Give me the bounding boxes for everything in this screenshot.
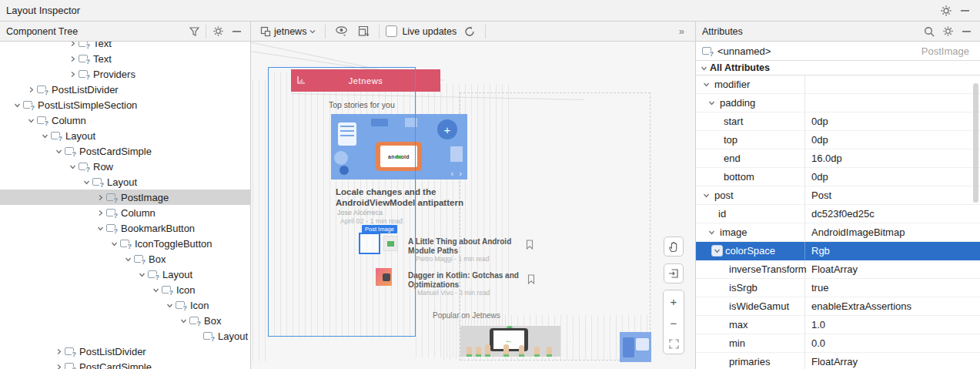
chevron-expanded-icon[interactable] (163, 302, 176, 309)
gear-icon[interactable] (938, 23, 957, 40)
tree-item-icontogglebutton[interactable]: ?IconToggleButton (0, 236, 250, 251)
tree-item-column[interactable]: ?Column (0, 112, 250, 128)
gear-icon[interactable] (937, 2, 955, 19)
tree-item-row[interactable]: ?Row (0, 159, 250, 174)
composable-icon: ? (79, 42, 89, 48)
chevron-expanded-icon[interactable] (706, 229, 717, 236)
hide-icon[interactable] (955, 2, 974, 19)
chevron-collapsed-icon[interactable] (25, 86, 37, 93)
filter-icon[interactable] (185, 23, 203, 40)
pan-button[interactable] (664, 236, 684, 257)
hide-icon[interactable] (227, 23, 246, 40)
tree-item-layout[interactable]: ?Layout (0, 174, 250, 190)
layout-canvas[interactable]: Jetnews Top stories for you + android (251, 42, 695, 369)
process-selector[interactable]: jetnews (257, 25, 319, 39)
selected-postimage-bounds (359, 233, 380, 254)
attr-row-isWideGamut[interactable]: isWideGamutenableExtraAssertions (696, 297, 980, 316)
chevron-expanded-icon[interactable] (25, 117, 37, 124)
hide-icon[interactable] (957, 23, 975, 40)
tree-item-label: Layout (65, 130, 95, 142)
tree-item-icon[interactable]: ?Icon (0, 297, 250, 313)
tree-item-layout[interactable]: ?Layout (0, 267, 250, 282)
chevron-expanded-icon[interactable] (706, 99, 717, 106)
attr-row-min[interactable]: min0.0 (696, 334, 980, 353)
tree-item-postcardsimple[interactable]: ?PostCardSimple (0, 143, 250, 159)
attr-row-end[interactable]: end16.0dp (696, 149, 980, 168)
chevron-collapsed-icon[interactable] (52, 364, 65, 369)
composable-icon: ? (106, 209, 117, 217)
chevron-expanded-icon[interactable] (80, 179, 92, 186)
attr-row-start[interactable]: start0dp (696, 112, 980, 131)
tree-item-postlistdivider[interactable]: ?PostListDivider (0, 82, 250, 97)
all-attributes-section[interactable]: All Attributes (696, 61, 980, 75)
attr-row-padding[interactable]: padding (696, 94, 980, 112)
attr-row-modifier[interactable]: modifier (696, 75, 980, 94)
tree-item-layout[interactable]: ?Layout (0, 328, 250, 344)
all-attributes-label: All Attributes (710, 62, 770, 73)
chevron-expanded-icon[interactable] (108, 240, 120, 247)
attr-row-top[interactable]: top0dp (696, 131, 980, 149)
chevron-collapsed-icon[interactable] (94, 210, 106, 216)
component-tree-panel: Component Tree ?Text?Text?Providers?Post… (0, 22, 251, 369)
toolbar-overflow-button[interactable]: » (673, 25, 691, 37)
chevron-collapsed-icon[interactable] (66, 55, 79, 62)
attr-row-inverseTransform[interactable]: inverseTransformFloatArray (696, 260, 980, 279)
reset-view-button[interactable] (664, 263, 684, 283)
chevron-expanded-icon[interactable] (701, 81, 712, 88)
chevron-expanded-icon[interactable] (711, 245, 723, 257)
tree-item-layout[interactable]: ?Layout (0, 128, 250, 143)
composable-icon: ? (176, 301, 186, 310)
tree-item-box[interactable]: ?Box (0, 251, 250, 267)
chevron-collapsed-icon[interactable] (94, 194, 106, 201)
tree-item-label: BookmarkButton (121, 223, 195, 234)
tree-item-postlistdivider[interactable]: ?PostListDivider (0, 344, 250, 359)
scrollbar-thumb[interactable] (973, 83, 978, 203)
refresh-button[interactable] (460, 23, 479, 40)
tree-item-column[interactable]: ?Column (0, 205, 250, 220)
snapshot-button[interactable] (354, 23, 373, 40)
zoom-in-button[interactable]: + (671, 296, 677, 307)
chevron-collapsed-icon[interactable] (52, 348, 65, 355)
tree-item-label: Icon (176, 284, 196, 296)
chevron-collapsed-icon[interactable] (66, 42, 79, 47)
chevron-expanded-icon[interactable] (66, 163, 79, 170)
article-meta: Manuel Vivo - 3 min read (417, 289, 490, 297)
chevron-expanded-icon[interactable] (701, 192, 712, 199)
tree-item-postimage[interactable]: ?PostImage (0, 190, 250, 205)
live-updates-checkbox[interactable] (386, 25, 397, 37)
attr-row-id[interactable]: iddc523f0ed25c (696, 205, 980, 223)
live-updates-toggle[interactable]: Live updates (386, 25, 457, 37)
attr-row-image[interactable]: imageAndroidImageBitmap (696, 223, 980, 242)
chevron-expanded-icon[interactable] (38, 133, 51, 139)
tree-item-box[interactable]: ?Box (0, 313, 250, 328)
attributes-title: Attributes (702, 26, 743, 37)
tree-item-bookmarkbutton[interactable]: ?BookmarkButton (0, 220, 250, 236)
search-icon[interactable] (920, 23, 938, 40)
fit-to-screen-button[interactable] (669, 339, 679, 349)
chevron-expanded-icon[interactable] (11, 102, 23, 109)
chevron-expanded-icon[interactable] (135, 271, 148, 278)
zoom-out-button[interactable]: − (671, 317, 677, 329)
chevron-expanded-icon[interactable] (149, 287, 162, 294)
view-options-button[interactable] (332, 23, 350, 40)
attr-row-bottom[interactable]: bottom0dp (696, 168, 980, 186)
attr-row-max[interactable]: max1.0 (696, 316, 980, 334)
gear-icon[interactable] (209, 23, 227, 40)
tree-item-postlistsimplesection[interactable]: ?PostListSimpleSection (0, 97, 250, 112)
chevron-expanded-icon[interactable] (94, 225, 106, 232)
attr-row-colorSpace[interactable]: colorSpaceRgb (696, 242, 980, 260)
chevron-expanded-icon[interactable] (122, 256, 134, 263)
tree-item-postcardsimple[interactable]: ?PostCardSimple (0, 359, 250, 369)
tree-item-providers[interactable]: ?Providers (0, 66, 250, 82)
chevron-collapsed-icon[interactable] (66, 71, 79, 78)
tree-item-icon[interactable]: ?Icon (0, 282, 250, 297)
attr-row-primaries[interactable]: primariesFloatArray (696, 353, 980, 369)
attr-value: dc523f0ed25c (805, 205, 980, 223)
tree-item-label: Providers (93, 69, 135, 80)
chevron-expanded-icon[interactable] (52, 148, 65, 155)
attr-row-post[interactable]: postPost (696, 186, 980, 205)
chevron-expanded-icon[interactable] (177, 317, 189, 324)
tree-item-text[interactable]: ?Text (0, 51, 250, 66)
tree-item-text[interactable]: ?Text (0, 42, 250, 51)
attr-row-isSrgb[interactable]: isSrgbtrue (696, 279, 980, 297)
